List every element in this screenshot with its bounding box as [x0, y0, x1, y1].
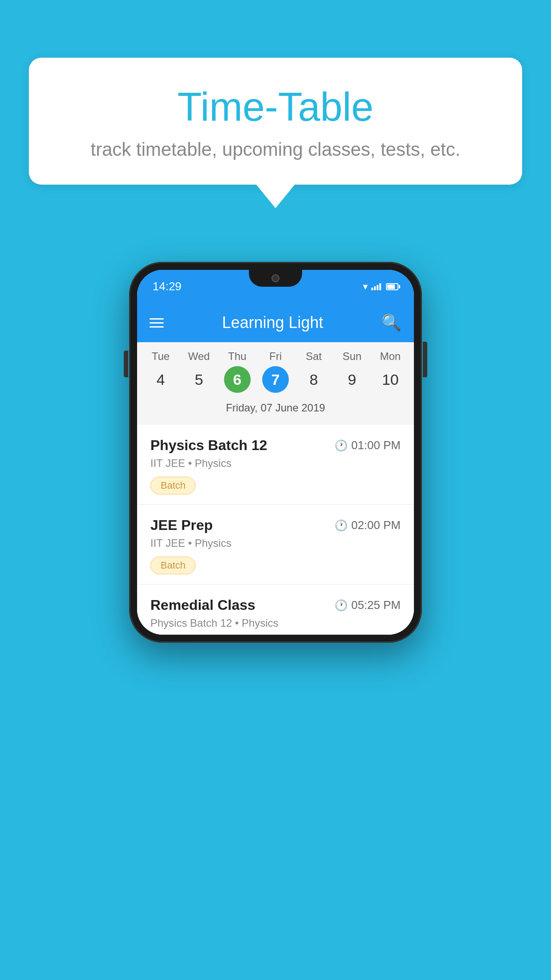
notch-cutout — [249, 270, 302, 287]
schedule-item-2-title: JEE Prep — [150, 517, 213, 533]
wifi-icon: ▾ — [363, 281, 368, 292]
schedule-item-1[interactable]: Physics Batch 12 🕐 01:00 PM IIT JEE • Ph… — [137, 425, 414, 505]
camera-icon — [272, 274, 279, 282]
schedule-item-2-time-text: 02:00 PM — [351, 518, 401, 532]
schedule-item-2-header: JEE Prep 🕐 02:00 PM — [150, 517, 401, 533]
hamburger-line-3 — [150, 326, 164, 328]
schedule-item-3-header: Remedial Class 🕐 05:25 PM — [150, 597, 401, 613]
schedule-item-3[interactable]: Remedial Class 🕐 05:25 PM Physics Batch … — [137, 585, 414, 635]
day-label-thu: Thu — [228, 350, 246, 363]
status-bar: 14:29 ▾ — [137, 270, 414, 303]
day-label-fri: Fri — [269, 350, 282, 363]
day-sat[interactable]: Sat 8 — [296, 350, 331, 393]
schedule-list: Physics Batch 12 🕐 01:00 PM IIT JEE • Ph… — [137, 425, 414, 635]
search-button[interactable]: 🔍 — [382, 313, 401, 332]
schedule-item-1-subtitle: IIT JEE • Physics — [150, 457, 401, 470]
schedule-item-1-time: 🕐 01:00 PM — [335, 439, 401, 452]
schedule-item-1-time-text: 01:00 PM — [351, 439, 401, 452]
phone-mockup: 14:29 ▾ — [129, 262, 422, 643]
day-number-tue: 4 — [147, 366, 174, 393]
day-number-sun: 9 — [339, 366, 366, 393]
schedule-item-3-subtitle: Physics Batch 12 • Physics — [150, 617, 401, 629]
day-mon[interactable]: Mon 10 — [373, 350, 408, 393]
schedule-item-2[interactable]: JEE Prep 🕐 02:00 PM IIT JEE • Physics Ba… — [137, 505, 414, 585]
day-number-thu: 6 — [224, 366, 251, 393]
batch-badge-1: Batch — [150, 477, 196, 494]
status-time: 14:29 — [153, 280, 181, 293]
status-icons: ▾ — [363, 281, 398, 292]
schedule-item-2-subtitle: IIT JEE • Physics — [150, 537, 401, 549]
day-number-mon: 10 — [377, 366, 404, 393]
day-label-wed: Wed — [188, 350, 210, 363]
calendar-strip: Tue 4 Wed 5 Thu 6 Fri 7 — [137, 342, 414, 425]
bubble-pointer — [256, 184, 295, 208]
speech-bubble-section: Time-Table track timetable, upcoming cla… — [29, 58, 522, 208]
clock-icon-1: 🕐 — [335, 439, 348, 452]
day-number-wed: 5 — [185, 366, 212, 393]
day-fri[interactable]: Fri 7 — [258, 350, 293, 393]
schedule-item-3-title: Remedial Class — [150, 597, 256, 613]
clock-icon-2: 🕐 — [335, 519, 348, 532]
day-label-sun: Sun — [342, 350, 362, 363]
schedule-item-1-header: Physics Batch 12 🕐 01:00 PM — [150, 437, 401, 454]
day-sun[interactable]: Sun 9 — [335, 350, 370, 393]
selected-date: Friday, 07 June 2019 — [137, 397, 414, 420]
menu-button[interactable] — [150, 318, 164, 328]
hamburger-line-1 — [150, 318, 164, 320]
day-label-tue: Tue — [152, 350, 169, 363]
day-wed[interactable]: Wed 5 — [181, 350, 216, 393]
hamburger-line-2 — [150, 322, 164, 324]
schedule-item-3-time-text: 05:25 PM — [351, 598, 401, 612]
speech-bubble: Time-Table track timetable, upcoming cla… — [29, 58, 522, 185]
day-label-mon: Mon — [380, 350, 401, 363]
bubble-title: Time-Table — [64, 84, 487, 130]
schedule-item-3-time: 🕐 05:25 PM — [335, 598, 401, 612]
phone-outer: 14:29 ▾ — [129, 262, 422, 643]
day-number-fri: 7 — [262, 366, 289, 393]
day-label-sat: Sat — [306, 350, 322, 363]
battery-icon — [386, 283, 398, 290]
bubble-subtitle: track timetable, upcoming classes, tests… — [64, 139, 487, 160]
schedule-item-2-time: 🕐 02:00 PM — [335, 518, 401, 532]
app-title: Learning Light — [177, 313, 368, 332]
app-bar: Learning Light 🔍 — [137, 303, 414, 342]
day-number-sat: 8 — [300, 366, 327, 393]
clock-icon-3: 🕐 — [335, 599, 348, 612]
days-row: Tue 4 Wed 5 Thu 6 Fri 7 — [137, 350, 414, 393]
signal-icon — [371, 283, 381, 290]
batch-badge-2: Batch — [150, 557, 196, 574]
day-thu[interactable]: Thu 6 — [220, 350, 255, 393]
phone-screen: 14:29 ▾ — [137, 270, 414, 635]
schedule-item-1-title: Physics Batch 12 — [150, 437, 267, 454]
day-tue[interactable]: Tue 4 — [143, 350, 178, 393]
